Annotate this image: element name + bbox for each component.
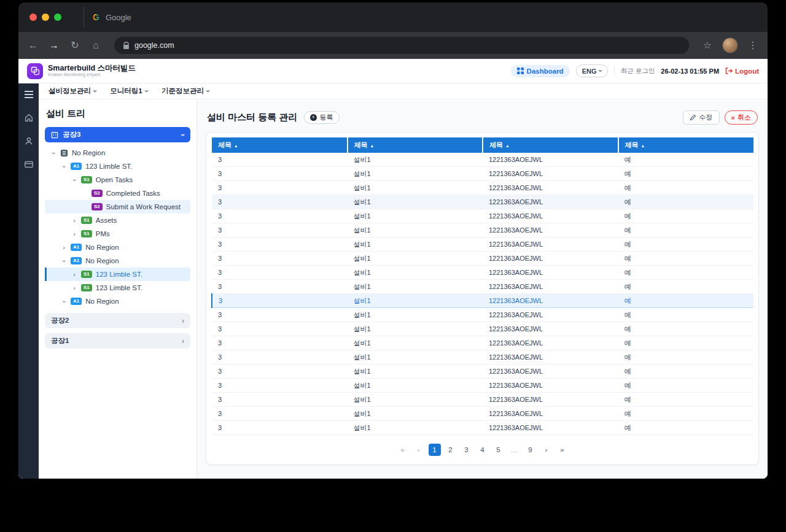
window-zoom-button[interactable] (54, 13, 61, 21)
table-row-6[interactable]: 3설비11221363AOEJWL예 (212, 223, 753, 237)
page-next-button[interactable]: › (540, 444, 553, 456)
chevron-right-icon[interactable]: › (71, 285, 77, 291)
node-label: Assets (96, 217, 117, 224)
table-row-5[interactable]: 3설비11221363AOEJWL예 (212, 209, 753, 223)
language-select[interactable]: ENG › (576, 64, 608, 77)
table-row-8[interactable]: 3설비11221363AOEJWL예 (212, 252, 753, 266)
tree-node-123-limble-st-[interactable]: ›S1123 Limble ST. (45, 268, 190, 281)
table-row-18[interactable]: 3설비11221363AOEJWL예 (212, 393, 753, 407)
sidebar-toggle-button[interactable] (23, 88, 35, 101)
browser-tab[interactable]: G Google (84, 7, 140, 28)
tree-node-no-region[interactable]: ›No Region (45, 146, 190, 160)
chevron-right-icon[interactable]: › (71, 231, 77, 237)
column-header-3[interactable]: 제목▲ (483, 137, 618, 153)
profile-avatar[interactable] (722, 37, 738, 53)
table-row-16[interactable]: 3설비11221363AOEJWL예 (212, 364, 753, 379)
forward-icon[interactable]: → (48, 40, 60, 50)
home-icon[interactable]: ⌂ (90, 40, 102, 50)
tree-node-pms[interactable]: ›S1PMs (45, 227, 190, 241)
table-row-19[interactable]: 3설비11221363AOEJWL예 (212, 407, 753, 421)
table-row-10[interactable]: 3설비11221363AOEJWL예 (212, 280, 753, 294)
page-button-5[interactable]: 5 (492, 444, 505, 456)
table-row-14[interactable]: 3설비11221363AOEJWL예 (212, 336, 753, 350)
window-minimize-button[interactable] (42, 13, 49, 21)
chevron-right-icon[interactable]: › (71, 217, 77, 224)
chevron-down-icon[interactable]: › (71, 177, 78, 183)
table-row-11[interactable]: 3설비11221363AOEJWL예 (212, 294, 753, 308)
dashboard-button[interactable]: Dashboard (511, 65, 570, 77)
chevron-right-icon[interactable]: › (71, 271, 77, 278)
tree-node-submit-a-work-request[interactable]: ›S2Submit a Work Request (45, 200, 190, 214)
tree-node-123-limble-st-[interactable]: ›A1123 Limble ST. (45, 160, 190, 173)
table-row-12[interactable]: 3설비11221363AOEJWL예 (212, 308, 753, 322)
browser-tabstrip: G Google (18, 2, 768, 32)
column-header-4[interactable]: 제목▲ (618, 137, 754, 153)
chevron-down-icon[interactable]: › (61, 258, 68, 264)
tree-node-open-tasks[interactable]: ›S1Open Tasks (45, 173, 190, 187)
factory-item-collapsed-2[interactable]: 공장2 › (45, 313, 190, 328)
page-button-9[interactable]: 9 (524, 444, 537, 456)
table-row-13[interactable]: 3설비11221363AOEJWL예 (212, 322, 753, 336)
reload-icon[interactable]: ↻ (69, 40, 81, 50)
rail-user-button[interactable] (23, 135, 35, 147)
chevron-down-icon[interactable]: › (50, 150, 57, 156)
table-cell: 설비1 (348, 294, 483, 308)
tree-node-123-limble-st-[interactable]: ›S1123 Limble ST. (45, 281, 190, 295)
table-cell: 예 (618, 379, 754, 393)
table-cell: 예 (618, 294, 754, 308)
rail-home-button[interactable] (23, 112, 35, 124)
table-row-3[interactable]: 3설비11221363AOEJWL예 (212, 181, 753, 195)
table-row-1[interactable]: 3설비11221363AOEJWL예 (212, 153, 753, 167)
chevron-right-icon[interactable]: › (61, 244, 67, 251)
tree-node-no-region[interactable]: ›A1No Region (45, 241, 190, 254)
table-cell: 설비1 (348, 407, 483, 421)
page-last-button[interactable]: » (556, 444, 569, 456)
address-bar[interactable]: google.com (114, 37, 689, 54)
column-header-1[interactable]: 제목▲ (212, 137, 348, 153)
chevron-down-icon[interactable]: › (61, 163, 68, 169)
table-cell: 예 (618, 181, 754, 195)
menu-item-2[interactable]: 모니터링1› (110, 87, 148, 96)
page-prev-button[interactable]: ‹ (413, 444, 425, 456)
tree-node-assets[interactable]: ›S1Assets (45, 214, 190, 227)
content-column: 설비정보관리›모니터링1›기준정보관리› 설비 트리 공장3 › ›No Reg… (39, 83, 768, 479)
page-button-3[interactable]: 3 (461, 444, 473, 456)
table-row-17[interactable]: 3설비11221363AOEJWL예 (212, 379, 753, 393)
brand-block: Smarterbuild 스마터빌드 Kraken Monitoring eXp… (48, 64, 136, 78)
cancel-button[interactable]: × 취소 (725, 110, 758, 125)
bookmark-star-icon[interactable]: ☆ (701, 40, 714, 50)
table-row-7[interactable]: 3설비11221363AOEJWL예 (212, 237, 753, 252)
browser-menu-icon[interactable]: ⋮ (747, 40, 759, 50)
window-close-button[interactable] (29, 13, 37, 21)
tree-node-no-region[interactable]: ›A1No Region (45, 254, 190, 268)
tree-node-completed-tasks[interactable]: ›S2Completed Tasks (45, 187, 190, 200)
page-button-2[interactable]: 2 (445, 444, 457, 456)
page-first-button[interactable]: « (397, 444, 409, 456)
table-cell: 설비1 (348, 252, 483, 266)
table-cell: 3 (212, 167, 348, 181)
register-button[interactable]: + 등록 (304, 111, 340, 124)
rail-card-button[interactable] (23, 158, 35, 171)
node-label: No Region (85, 257, 119, 264)
node-label: No Region (72, 149, 105, 156)
factory-item-active[interactable]: 공장3 › (45, 127, 190, 142)
edit-button[interactable]: 수정 (683, 110, 720, 125)
table-cell: 1221363AOEJWL (483, 167, 618, 181)
title-actions: 수정 × 취소 (683, 110, 758, 125)
node-badge-s2: S2 (91, 190, 103, 197)
logout-button[interactable]: Logout (725, 67, 759, 75)
table-row-4[interactable]: 3설비11221363AOEJWL예 (212, 195, 753, 209)
factory-item-collapsed-1[interactable]: 공장1 › (45, 333, 190, 349)
table-row-2[interactable]: 3설비11221363AOEJWL예 (212, 167, 753, 181)
tree-node-no-region[interactable]: ›A1No Region (45, 295, 190, 308)
table-row-9[interactable]: 3설비11221363AOEJWL예 (212, 266, 753, 280)
table-row-20[interactable]: 3설비11221363AOEJWL예 (212, 421, 753, 435)
menu-item-3[interactable]: 기준정보관리› (161, 87, 209, 96)
back-icon[interactable]: ← (27, 40, 39, 50)
page-button-4[interactable]: 4 (477, 444, 489, 456)
table-row-15[interactable]: 3설비11221363AOEJWL예 (212, 350, 753, 364)
chevron-down-icon[interactable]: › (61, 298, 68, 304)
column-header-2[interactable]: 제목▲ (348, 137, 483, 153)
menu-item-1[interactable]: 설비정보관리› (49, 87, 96, 96)
page-button-1[interactable]: 1 (429, 444, 441, 456)
